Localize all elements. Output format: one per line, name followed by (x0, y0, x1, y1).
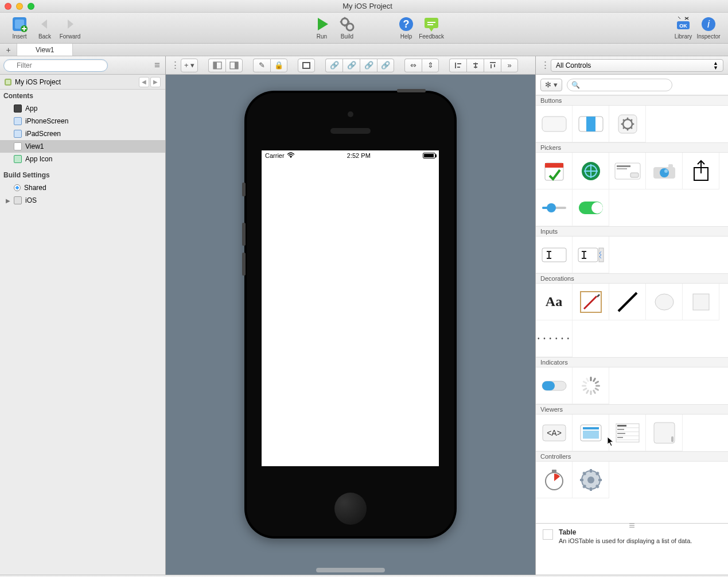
disclosure-arrow-icon[interactable]: ▶ (6, 198, 13, 204)
svg-rect-19 (213, 62, 217, 69)
library-description: ≡ Table An iOSTable is used for displayi… (536, 523, 728, 575)
control-canvas[interactable] (573, 284, 609, 320)
device-screen[interactable]: Carrier 2:52 PM (262, 150, 439, 466)
tree-item-ios[interactable]: ▶iOS (0, 194, 165, 207)
section-controllers: Controllers (536, 451, 728, 462)
tree-item-shared[interactable]: Shared (0, 181, 165, 194)
help-button[interactable]: ? Help (394, 15, 419, 40)
control-switch[interactable] (573, 189, 609, 226)
project-header[interactable]: My iOS Project ◀ ▶ (0, 75, 165, 90)
svg-rect-21 (235, 62, 238, 69)
forward-icon (62, 16, 78, 32)
zoom-window-button[interactable] (28, 3, 34, 10)
tree-item-ipadscreen[interactable]: iPadScreen (0, 127, 165, 140)
back-button[interactable]: Back (32, 15, 57, 40)
add-control-button[interactable]: + ▾ (181, 59, 198, 72)
canvas-area[interactable]: ⋮ + ▾ ✎ 🔒 🔗 🔗 🔗 🔗 ⇔ (166, 56, 535, 575)
control-datepicker[interactable] (536, 153, 573, 189)
control-htmlviewer[interactable]: <A> (536, 415, 573, 451)
navigator-menu-icon[interactable]: ≡ (153, 60, 162, 71)
link2-button[interactable]: 🔗 (342, 59, 360, 72)
svg-point-37 (622, 127, 624, 129)
svg-point-33 (632, 123, 634, 125)
panel-handle-icon[interactable]: ⋮ (540, 59, 547, 71)
horizontal-scrollbar[interactable] (316, 568, 385, 572)
control-spinner[interactable] (573, 367, 609, 404)
link3-button[interactable]: 🔗 (360, 59, 377, 72)
minimize-window-button[interactable] (16, 3, 23, 10)
svg-rect-89 (617, 433, 625, 434)
library-search-input[interactable] (567, 79, 672, 91)
section-viewers: Viewers (536, 404, 728, 415)
table-icon (543, 529, 553, 540)
align-top-button[interactable] (484, 59, 501, 72)
align-center-button[interactable] (466, 59, 484, 72)
tab-view1[interactable]: View1 (17, 44, 73, 56)
forward-button[interactable]: Forward (57, 15, 83, 40)
home-button (334, 493, 367, 525)
svg-rect-39 (545, 163, 563, 168)
tree-item-view1[interactable]: View1 (0, 140, 165, 153)
control-textfield[interactable] (536, 237, 573, 273)
window-title: My iOS Project (41, 2, 694, 10)
control-segmented[interactable] (573, 106, 609, 142)
library-options-button[interactable]: ✻ ▾ (540, 79, 562, 91)
nav-forward-button[interactable]: ▶ (150, 77, 161, 87)
edit-button[interactable]: ✎ (253, 59, 270, 72)
control-location[interactable] (573, 153, 609, 189)
control-camera[interactable] (646, 153, 683, 189)
svg-rect-92 (671, 436, 674, 442)
close-window-button[interactable] (5, 3, 11, 10)
tree-item-appicon[interactable]: App Icon (0, 153, 165, 165)
control-timer[interactable] (536, 462, 573, 498)
control-progressbar[interactable] (536, 367, 573, 404)
panel-handle-icon[interactable]: ⋮ (170, 59, 177, 71)
svg-point-32 (621, 123, 622, 125)
layout-back-button[interactable] (225, 59, 243, 72)
svg-rect-97 (590, 469, 592, 473)
control-slider[interactable] (536, 189, 573, 226)
status-bar: 🔍 ⚠ (0, 575, 728, 577)
titlebar: My iOS Project (0, 0, 728, 13)
library-filter-select[interactable]: All Controls ▲▼ (551, 59, 723, 72)
control-popup[interactable] (609, 153, 646, 189)
back-icon (37, 16, 53, 32)
navigator-filter-input[interactable] (3, 59, 108, 72)
vspace-button[interactable]: ⇕ (422, 59, 439, 72)
resize-grip-icon[interactable]: ≡ (621, 523, 644, 528)
control-separator[interactable]: • • • • • • (536, 320, 573, 357)
library-scroll[interactable]: Buttons Pickers Inputs Decora (536, 95, 728, 523)
control-line[interactable] (609, 284, 646, 320)
layout-front-button[interactable] (208, 59, 225, 72)
control-rect[interactable] (683, 284, 719, 320)
control-toolbutton[interactable] (609, 106, 646, 142)
control-button[interactable] (536, 106, 573, 142)
lock-button[interactable]: 🔒 (270, 59, 287, 72)
control-table[interactable] (609, 415, 646, 451)
feedback-button[interactable]: Feedback (419, 15, 444, 40)
link1-button[interactable]: 🔗 (325, 59, 342, 72)
nav-back-button[interactable]: ◀ (139, 77, 149, 87)
control-oval[interactable] (646, 284, 683, 320)
overflow-button[interactable]: » (501, 59, 518, 72)
control-scrollview[interactable] (646, 415, 683, 451)
control-label[interactable]: Aa (536, 284, 573, 320)
control-share[interactable] (683, 153, 719, 189)
hspace-button[interactable]: ⇔ (404, 59, 422, 72)
tree-item-iphonescreen[interactable]: iPhoneScreen (0, 115, 165, 127)
library-button[interactable]: OK Library (671, 15, 696, 40)
ruler-button[interactable] (298, 59, 315, 72)
add-tab-button[interactable]: + (0, 44, 17, 56)
align-left-button[interactable] (449, 59, 466, 72)
build-button[interactable]: Build (334, 15, 360, 40)
control-imageview[interactable] (573, 415, 609, 451)
section-inputs: Inputs (536, 226, 728, 237)
run-button[interactable]: Run (309, 15, 334, 40)
inspector-button[interactable]: i Inspector (696, 15, 721, 40)
insert-button[interactable]: Insert (7, 15, 32, 40)
tree-item-app[interactable]: App (0, 102, 165, 115)
svg-point-56 (591, 202, 603, 214)
link4-button[interactable]: 🔗 (377, 59, 394, 72)
control-searchfield[interactable] (573, 237, 609, 273)
control-threadcontroller[interactable] (573, 462, 609, 498)
